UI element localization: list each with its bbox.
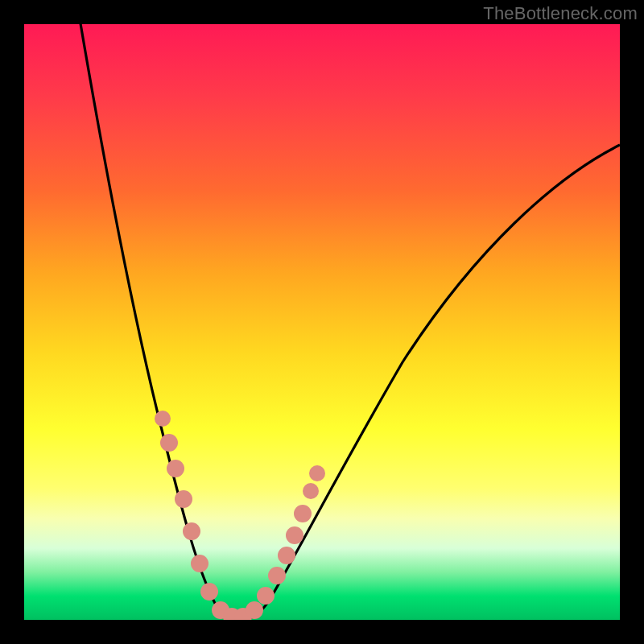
chart-frame: TheBottleneck.com <box>0 0 644 644</box>
plot-area <box>24 24 620 620</box>
svg-point-16 <box>303 483 319 499</box>
svg-point-17 <box>309 465 325 481</box>
svg-point-5 <box>191 555 208 572</box>
svg-point-11 <box>257 587 275 605</box>
svg-point-14 <box>286 526 303 544</box>
curve-layer <box>24 24 620 620</box>
svg-point-10 <box>246 601 263 619</box>
bottleneck-curve <box>72 24 620 620</box>
svg-point-1 <box>160 434 178 452</box>
svg-point-4 <box>183 522 200 540</box>
svg-point-15 <box>294 505 312 522</box>
svg-point-3 <box>175 490 192 508</box>
watermark-text: TheBottleneck.com <box>483 3 638 24</box>
svg-point-2 <box>167 460 184 477</box>
svg-point-6 <box>200 583 218 601</box>
svg-point-13 <box>278 547 295 564</box>
svg-point-0 <box>155 411 171 427</box>
svg-point-12 <box>268 567 286 584</box>
highlight-dots <box>155 411 325 620</box>
